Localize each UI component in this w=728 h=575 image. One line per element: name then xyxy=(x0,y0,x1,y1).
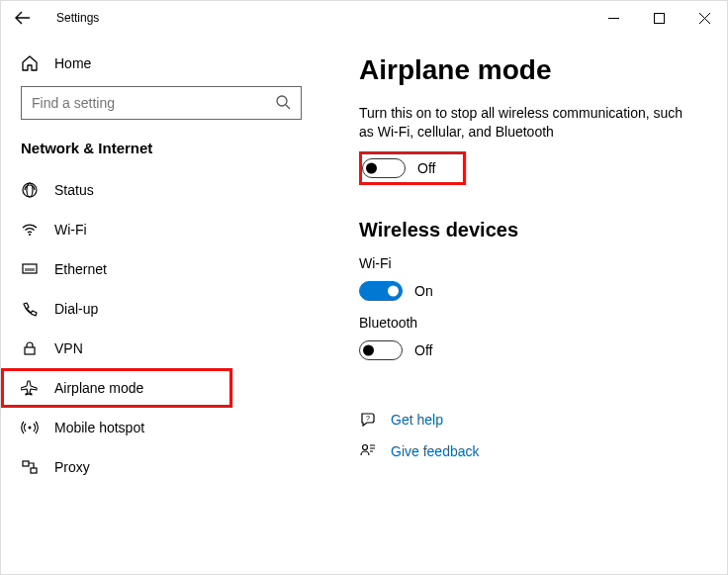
wifi-toggle-status: On xyxy=(414,283,433,299)
home-label: Home xyxy=(54,55,91,71)
back-button[interactable] xyxy=(9,4,37,32)
hotspot-icon xyxy=(21,419,39,436)
category-header: Network & Internet xyxy=(1,140,314,170)
wifi-sublabel: Wi-Fi xyxy=(359,255,697,271)
airplane-toggle-status: Off xyxy=(417,160,435,176)
svg-point-4 xyxy=(29,234,31,236)
nav-label: Proxy xyxy=(54,459,90,475)
close-button[interactable] xyxy=(682,2,727,34)
svg-rect-9 xyxy=(31,468,37,473)
home-nav[interactable]: Home xyxy=(1,45,314,86)
bluetooth-toggle-status: Off xyxy=(414,342,432,358)
bluetooth-sublabel: Bluetooth xyxy=(359,315,697,331)
maximize-button[interactable] xyxy=(636,2,682,34)
svg-rect-8 xyxy=(23,461,29,466)
nav-label: Dial-up xyxy=(54,301,98,317)
nav-label: Wi-Fi xyxy=(54,222,87,238)
svg-rect-0 xyxy=(654,13,664,23)
sidebar-item-status[interactable]: Status xyxy=(1,170,314,210)
dialup-icon xyxy=(21,300,39,318)
back-arrow-icon xyxy=(15,10,31,26)
maximize-icon xyxy=(654,13,665,24)
help-icon: ? xyxy=(359,411,377,429)
sidebar-item-dialup[interactable]: Dial-up xyxy=(1,289,314,329)
sidebar-item-proxy[interactable]: Proxy xyxy=(1,447,314,487)
svg-point-1 xyxy=(277,96,287,106)
svg-text:?: ? xyxy=(366,414,370,421)
svg-point-7 xyxy=(29,427,32,430)
nav-label: Mobile hotspot xyxy=(54,420,144,435)
page-heading: Airplane mode xyxy=(359,54,697,86)
minimize-button[interactable] xyxy=(591,2,636,34)
minimize-icon xyxy=(608,13,619,24)
nav-label: Status xyxy=(54,182,94,198)
sidebar-item-ethernet[interactable]: Ethernet xyxy=(1,249,314,289)
sidebar-item-airplane[interactable]: Airplane mode xyxy=(1,368,314,408)
vpn-icon xyxy=(21,339,39,357)
wifi-icon xyxy=(21,221,39,239)
bluetooth-toggle[interactable] xyxy=(359,340,403,360)
home-icon xyxy=(21,54,39,72)
close-icon xyxy=(699,13,710,24)
nav-label: Airplane mode xyxy=(54,380,143,396)
wifi-toggle[interactable] xyxy=(359,281,403,301)
feedback-icon xyxy=(359,442,377,460)
window-title: Settings xyxy=(56,11,99,25)
feedback-label: Give feedback xyxy=(391,443,480,459)
help-label: Get help xyxy=(391,412,443,428)
search-box[interactable] xyxy=(21,86,302,120)
search-icon xyxy=(275,94,291,113)
sidebar: Home Network & Internet Status Wi-Fi xyxy=(1,35,314,574)
get-help-link[interactable]: ? Get help xyxy=(359,404,697,435)
proxy-icon xyxy=(21,458,39,476)
content-pane: Airplane mode Turn this on to stop all w… xyxy=(314,35,727,574)
titlebar: Settings xyxy=(1,1,727,35)
sidebar-item-hotspot[interactable]: Mobile hotspot xyxy=(1,408,314,447)
sidebar-item-vpn[interactable]: VPN xyxy=(1,329,314,368)
nav-label: Ethernet xyxy=(54,261,107,277)
wireless-heading: Wireless devices xyxy=(359,219,697,241)
search-input[interactable] xyxy=(32,95,275,111)
sidebar-item-wifi[interactable]: Wi-Fi xyxy=(1,210,314,249)
airplane-icon xyxy=(21,379,39,397)
status-icon xyxy=(21,181,39,199)
ethernet-icon xyxy=(21,260,39,278)
page-description: Turn this on to stop all wireless commun… xyxy=(359,104,697,142)
give-feedback-link[interactable]: Give feedback xyxy=(359,435,697,467)
nav-label: VPN xyxy=(54,340,83,356)
airplane-toggle[interactable] xyxy=(362,158,406,178)
svg-point-11 xyxy=(363,444,368,449)
svg-rect-6 xyxy=(25,347,35,354)
